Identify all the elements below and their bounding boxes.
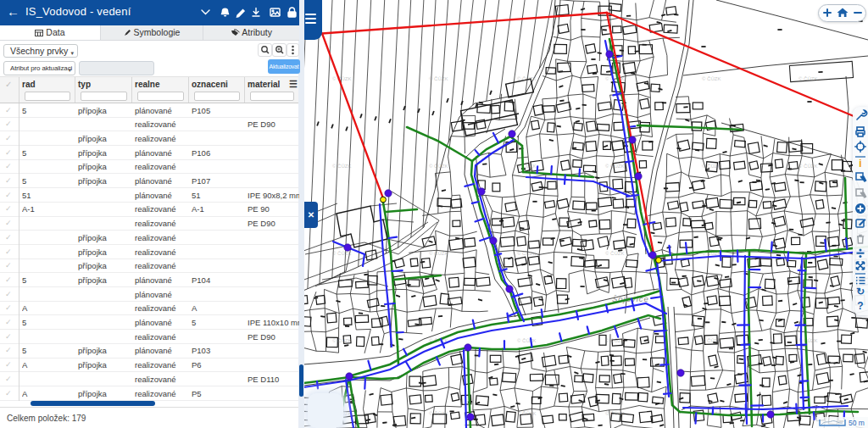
svg-text:i: i bbox=[859, 158, 861, 170]
svg-text:© ČÚZK: © ČÚZK bbox=[605, 338, 624, 343]
svg-text:?: ? bbox=[857, 300, 863, 312]
svg-text:© ČÚZK: © ČÚZK bbox=[605, 251, 624, 256]
svg-text:© ČÚZK: © ČÚZK bbox=[517, 251, 536, 256]
svg-text:© ČÚZK: © ČÚZK bbox=[332, 251, 351, 256]
svg-text:© ČÚZK: © ČÚZK bbox=[605, 164, 624, 169]
svg-text:© ČÚZK: © ČÚZK bbox=[429, 411, 448, 416]
svg-text:50 m: 50 m bbox=[849, 419, 865, 427]
svg-text:© ČÚZK: © ČÚZK bbox=[517, 411, 536, 416]
svg-text:© ČÚZK: © ČÚZK bbox=[429, 76, 448, 81]
svg-text:© ČÚZK: © ČÚZK bbox=[798, 76, 817, 81]
svg-text:© ČÚZK: © ČÚZK bbox=[702, 338, 721, 343]
svg-text:© ČÚZK: © ČÚZK bbox=[702, 164, 721, 169]
svg-text:© ČÚZK: © ČÚZK bbox=[605, 411, 624, 416]
svg-text:© ČÚZK: © ČÚZK bbox=[798, 164, 817, 169]
svg-text:© ČÚZK: © ČÚZK bbox=[429, 251, 448, 256]
svg-text:© ČÚZK: © ČÚZK bbox=[429, 164, 448, 169]
svg-text:© ČÚZK: © ČÚZK bbox=[517, 76, 536, 81]
svg-text:© ČÚZK: © ČÚZK bbox=[332, 164, 351, 169]
svg-text:© ČÚZK: © ČÚZK bbox=[332, 338, 351, 343]
svg-text:↻: ↻ bbox=[856, 286, 865, 297]
svg-text:© ČÚZK: © ČÚZK bbox=[605, 76, 624, 81]
svg-text:© ČÚZK: © ČÚZK bbox=[517, 164, 536, 169]
svg-text:© ČÚZK: © ČÚZK bbox=[332, 76, 351, 81]
svg-text:© ČÚZK: © ČÚZK bbox=[517, 338, 536, 343]
svg-text:© ČÚZK: © ČÚZK bbox=[702, 76, 721, 81]
